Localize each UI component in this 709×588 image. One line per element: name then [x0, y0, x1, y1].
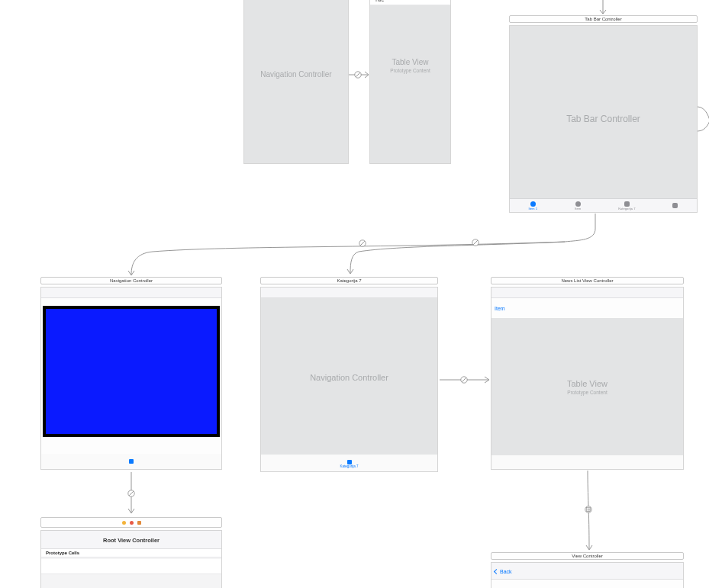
svg-point-8 — [128, 490, 134, 496]
table-view-placeholder-title: Table View — [370, 58, 450, 66]
news-list-navbar — [491, 288, 683, 298]
root-vc-prototype-cell[interactable] — [41, 559, 221, 574]
view-controller-title-label: View Controller — [572, 554, 603, 558]
nav-controller-top-placeholder: Navigation Controller — [260, 70, 331, 79]
tab-bar-controller-title-label: Tab Bar Controller — [585, 17, 621, 21]
svg-line-5 — [473, 240, 478, 245]
nav-controller-left-title[interactable]: Navigation Controller — [40, 277, 222, 284]
tab-item-1[interactable]: Item 1 — [528, 201, 537, 210]
tab-item-3[interactable]: Kategorija 7 — [618, 201, 635, 210]
nav-controller-left-scene[interactable] — [40, 287, 222, 470]
root-vc-prototype-header: Prototype Cells — [41, 549, 221, 557]
kategorija-tabbar: Kategorija 7 — [261, 455, 437, 471]
tab-bar-controller-scene[interactable]: Tab Bar Controller Item 1 Item Kategorij… — [509, 25, 698, 213]
tab-item-2[interactable]: Item — [575, 201, 581, 210]
tab-item-2-icon — [575, 201, 581, 207]
nav-controller-left-blue-view — [43, 306, 220, 437]
kategorija-title[interactable]: Kategorija 7 — [260, 277, 438, 284]
view-controller-navbar — [491, 563, 683, 580]
svg-line-9 — [129, 491, 134, 496]
table-view-placeholder-sub: Prototype Content — [370, 68, 450, 73]
tab-item-3-label: Kategorija 7 — [618, 207, 635, 210]
svg-point-0 — [355, 72, 361, 78]
kategorija-content: Navigation Controller — [261, 298, 437, 456]
svg-point-6 — [461, 377, 467, 383]
view-controller-back-button[interactable]: Back — [495, 563, 512, 580]
root-vc-indicator-1-icon — [122, 521, 126, 525]
kategorija-placeholder: Navigation Controller — [310, 373, 388, 382]
nav-controller-left-navbar — [41, 288, 221, 298]
view-controller-scene[interactable]: Back — [491, 562, 684, 588]
news-list-toolbar — [491, 455, 683, 469]
svg-point-2 — [359, 240, 366, 246]
news-list-nav-left-label: Item — [495, 306, 505, 311]
nav-controller-top-scene[interactable]: Navigation Controller — [243, 0, 349, 164]
root-vc-indicator-3-icon — [137, 521, 141, 525]
root-vc-nav-title: Root View Controller — [41, 531, 221, 549]
news-list-placeholder-title: Table View — [567, 379, 607, 388]
kategorija-tab-label: Kategorija 7 — [340, 465, 358, 469]
kategorija-navbar — [261, 288, 437, 298]
tab-bar-controller-title[interactable]: Tab Bar Controller — [509, 15, 698, 23]
prototype-cell-title[interactable]: Title — [370, 0, 450, 5]
tab-item-1-icon — [530, 201, 536, 207]
nav-controller-left-tab-icon — [129, 459, 134, 464]
svg-rect-11 — [587, 508, 591, 512]
nav-controller-left-title-label: Navigation Controller — [110, 278, 153, 283]
kategorija-title-label: Kategorija 7 — [337, 278, 361, 283]
tab-bar: Item 1 Item Kategorija 7 — [510, 198, 697, 212]
kategorija-scene[interactable]: Navigation Controller Kategorija 7 — [260, 287, 438, 472]
news-list-placeholder-sub: Prototype Content — [567, 390, 607, 395]
news-list-nav-left-item[interactable]: Item — [495, 297, 505, 319]
svg-point-4 — [472, 239, 479, 246]
nav-controller-left-blue-inner — [46, 309, 217, 434]
svg-line-7 — [462, 378, 466, 382]
tab-bar-controller-placeholder: Tab Bar Controller — [566, 114, 640, 124]
svg-line-3 — [360, 241, 365, 246]
root-vc-indicator-2-icon — [130, 521, 134, 525]
table-view-top-scene[interactable]: Prototype Cells Title Table View Prototy… — [369, 0, 451, 164]
news-list-title-label: News List View Controller — [561, 278, 613, 283]
news-list-title[interactable]: News List View Controller — [491, 277, 684, 284]
svg-point-10 — [585, 506, 591, 512]
view-controller-title[interactable]: View Controller — [491, 552, 684, 560]
root-vc-title[interactable] — [40, 517, 222, 528]
news-list-content: Table View Prototype Content — [491, 318, 683, 455]
nav-controller-left-tabbar — [41, 454, 221, 469]
tab-item-3-icon — [624, 201, 630, 207]
tab-item-2-label: Item — [575, 207, 581, 210]
tab-item-4[interactable] — [672, 203, 678, 209]
news-list-scene[interactable]: Item Table View Prototype Content — [491, 287, 684, 470]
kategorija-tab-icon — [347, 460, 352, 464]
view-controller-back-label: Back — [500, 569, 512, 574]
tab-item-4-icon — [672, 203, 678, 208]
chevron-left-icon — [494, 568, 499, 574]
root-vc-scene[interactable]: Root View Controller Prototype Cells — [40, 530, 222, 588]
tab-item-1-label: Item 1 — [528, 207, 537, 210]
svg-line-1 — [356, 72, 360, 77]
